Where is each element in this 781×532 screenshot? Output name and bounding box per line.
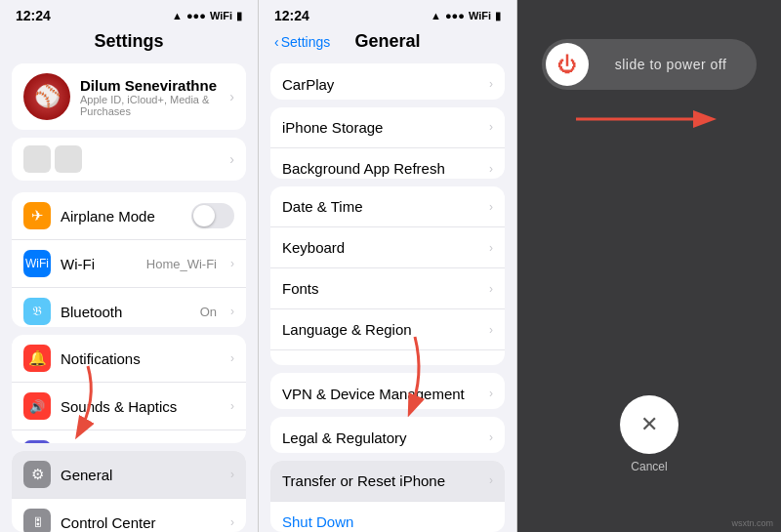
carplay-arrow xyxy=(489,77,493,91)
transfer-arrow xyxy=(489,473,493,487)
back-chevron: ‹ xyxy=(274,34,279,50)
notifications-arrow xyxy=(230,351,234,365)
datetime-label: Date & Time xyxy=(282,198,489,215)
wifi-icon: WiFi xyxy=(210,10,232,21)
focus-row[interactable]: 🌙 Focus xyxy=(12,430,246,443)
icloud-arrow xyxy=(229,151,234,167)
profile-row[interactable]: ⚾ Dilum Senevirathne Apple ID, iCloud+, … xyxy=(12,63,246,130)
bluetooth-label: Bluetooth xyxy=(61,304,190,320)
carplay-label: CarPlay xyxy=(282,76,489,93)
nav-header: ‹ Settings General xyxy=(259,27,516,60)
dot-2 xyxy=(55,145,82,173)
back-button[interactable]: ‹ Settings xyxy=(274,34,330,50)
vpn-row[interactable]: VPN & Device Management xyxy=(270,373,505,409)
power-icon: ⏻ xyxy=(557,54,577,76)
iphone-storage-row[interactable]: iPhone Storage xyxy=(270,107,505,148)
wifi-value: Home_Wi-Fi xyxy=(146,257,217,271)
icloud-dots xyxy=(23,145,222,173)
cancel-text: Cancel xyxy=(631,460,667,473)
profile-sub: Apple ID, iCloud+, Media & Purchases xyxy=(80,94,220,117)
bluetooth-arrow xyxy=(230,305,234,318)
sounds-arrow xyxy=(230,399,234,413)
transfer-label: Transfer or Reset iPhone xyxy=(282,472,489,489)
wifi-arrow xyxy=(230,257,234,270)
keyboard-arrow xyxy=(489,241,493,255)
vpn-arrow xyxy=(489,387,493,400)
sounds-label: Sounds & Haptics xyxy=(61,398,217,415)
carplay-group: CarPlay xyxy=(270,63,505,100)
time-2: 12:24 xyxy=(274,8,309,23)
keyboard-label: Keyboard xyxy=(282,239,489,256)
airplane-icon: ✈ xyxy=(23,202,51,229)
control-center-row[interactable]: 🎛 Control Center xyxy=(12,499,246,532)
datetime-row[interactable]: Date & Time xyxy=(270,186,505,227)
location-icon-2: ▲ xyxy=(431,10,441,21)
general-row[interactable]: ⚙ General xyxy=(12,451,246,499)
vpn-group: VPN & Device Management xyxy=(270,373,505,409)
profile-info: Dilum Senevirathne Apple ID, iCloud+, Me… xyxy=(80,77,220,117)
cancel-container: ✕ Cancel xyxy=(620,395,678,473)
notifications-group: 🔔 Notifications 🔊 Sounds & Haptics 🌙 Foc… xyxy=(12,335,246,443)
transfer-group: Transfer or Reset iPhone Shut Down xyxy=(270,461,505,532)
power-thumb: ⏻ xyxy=(546,43,589,86)
status-bar-1: 12:24 ▲ ●●● WiFi ▮ xyxy=(0,0,258,27)
status-icons-1: ▲ ●●● WiFi ▮ xyxy=(172,10,242,22)
control-center-icon: 🎛 xyxy=(23,509,51,532)
notifications-row[interactable]: 🔔 Notifications xyxy=(12,335,246,383)
language-row[interactable]: Language & Region xyxy=(270,309,505,350)
carplay-row[interactable]: CarPlay xyxy=(270,63,505,100)
power-panel: ⏻ slide to power off ✕ Cancel wsxtn.com xyxy=(517,0,781,532)
arrow-hint-container xyxy=(566,100,722,143)
general-arrow xyxy=(230,468,234,481)
settings-panel: 12:24 ▲ ●●● WiFi ▮ Settings ⚾ Dilum Sene… xyxy=(0,0,259,532)
location-icon: ▲ xyxy=(172,10,183,21)
focus-icon: 🌙 xyxy=(23,440,51,443)
status-icons-2: ▲ ●●● WiFi ▮ xyxy=(431,10,501,22)
status-bar-2: 12:24 ▲ ●●● WiFi ▮ xyxy=(259,0,516,27)
right-arrow-svg xyxy=(566,100,722,139)
sounds-icon: 🔊 xyxy=(23,392,51,420)
sounds-row[interactable]: 🔊 Sounds & Haptics xyxy=(12,383,246,430)
bluetooth-value: On xyxy=(200,305,217,319)
bluetooth-row[interactable]: 𝔅 Bluetooth On xyxy=(12,288,246,327)
time-1: 12:24 xyxy=(16,8,51,23)
transfer-row[interactable]: Transfer or Reset iPhone xyxy=(270,461,505,502)
airplane-mode-row[interactable]: ✈ Airplane Mode xyxy=(12,192,246,240)
general-icon: ⚙ xyxy=(23,461,51,488)
watermark: wsxtn.com xyxy=(731,518,773,528)
control-center-label: Control Center xyxy=(61,514,217,531)
legal-arrow xyxy=(489,430,493,444)
storage-group: iPhone Storage Background App Refresh xyxy=(270,107,505,179)
slide-to-power-off-label: slide to power off xyxy=(589,57,753,72)
wifi-row[interactable]: WiFi Wi-Fi Home_Wi-Fi xyxy=(12,240,246,288)
signal-icon: ●●● xyxy=(186,10,206,21)
vpn-label: VPN & Device Management xyxy=(282,386,489,402)
bluetooth-icon: 𝔅 xyxy=(23,298,51,325)
language-arrow xyxy=(489,323,493,337)
fonts-label: Fonts xyxy=(282,280,489,297)
language-label: Language & Region xyxy=(282,321,489,338)
wifi-icon-2: WiFi xyxy=(469,10,491,21)
notifications-label: Notifications xyxy=(61,350,217,367)
datetime-arrow xyxy=(489,200,493,214)
back-label: Settings xyxy=(281,34,331,50)
icloud-row[interactable] xyxy=(12,138,246,181)
airplane-label: Airplane Mode xyxy=(61,208,182,225)
fonts-arrow xyxy=(489,282,493,296)
legal-label: Legal & Regulatory xyxy=(282,430,489,446)
iphone-storage-label: iPhone Storage xyxy=(282,119,489,136)
fonts-row[interactable]: Fonts xyxy=(270,268,505,309)
profile-name: Dilum Senevirathne xyxy=(80,77,220,94)
dictionary-row[interactable]: Dictionary xyxy=(270,350,505,365)
keyboard-row[interactable]: Keyboard xyxy=(270,227,505,268)
airplane-toggle[interactable] xyxy=(191,203,234,228)
bg-refresh-arrow xyxy=(489,162,493,176)
cancel-button[interactable]: ✕ xyxy=(620,395,678,454)
legal-row[interactable]: Legal & Regulatory xyxy=(270,417,505,453)
shutdown-row[interactable]: Shut Down xyxy=(270,502,505,532)
general-label: General xyxy=(61,467,217,483)
bg-refresh-row[interactable]: Background App Refresh xyxy=(270,148,505,179)
general-panel: 12:24 ▲ ●●● WiFi ▮ ‹ Settings General Ca… xyxy=(259,0,517,532)
power-slider-track[interactable]: ⏻ slide to power off xyxy=(542,39,757,90)
profile-arrow xyxy=(229,89,234,104)
